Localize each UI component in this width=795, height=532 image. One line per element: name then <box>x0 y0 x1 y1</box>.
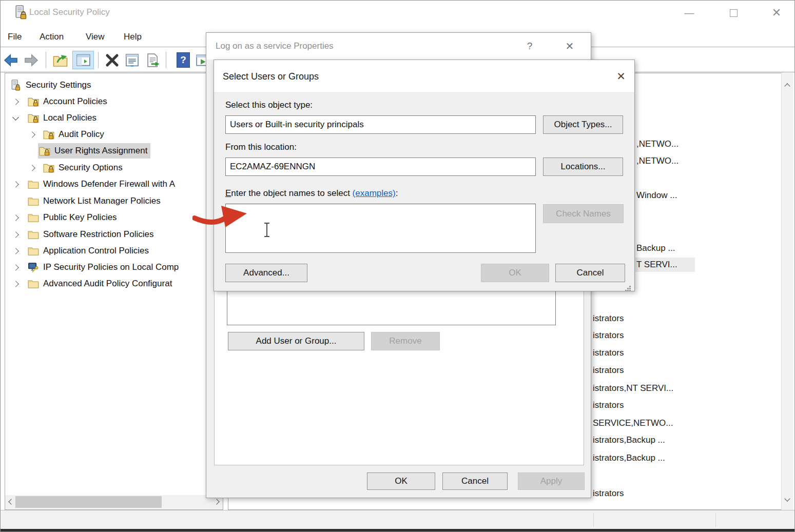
object-names-input[interactable] <box>225 204 536 253</box>
tree-item-network-list-manager[interactable]: Network List Manager Policies <box>5 193 221 209</box>
folder-lock-icon <box>39 145 50 156</box>
scroll-left-icon[interactable] <box>8 499 14 504</box>
list-item[interactable]: istrators <box>593 328 624 343</box>
list-item[interactable]: istrators <box>593 363 624 378</box>
chevron-right-icon[interactable] <box>12 98 19 105</box>
menu-view[interactable]: View <box>86 27 105 47</box>
status-divider <box>593 513 594 527</box>
status-bar <box>1 510 795 529</box>
minimize-button[interactable]: — <box>680 1 699 25</box>
examples-link[interactable]: (examples) <box>353 188 396 198</box>
tree-item-security-settings[interactable]: Security Settings <box>5 77 221 93</box>
chevron-right-icon[interactable] <box>12 231 19 238</box>
folder-icon <box>28 229 39 240</box>
chevron-right-icon[interactable] <box>12 181 19 188</box>
maximize-button[interactable] <box>730 9 738 17</box>
dialog-help-icon[interactable]: ? <box>520 33 539 60</box>
red-annotation-arrow <box>192 204 252 229</box>
dialog-titlebar: Select Users or Groups ✕ <box>214 60 634 93</box>
folder-icon <box>28 179 39 190</box>
list-item[interactable]: istrators,NT SERVI... <box>593 381 673 396</box>
tree-item-advanced-audit-policy[interactable]: Advanced Audit Policy Configurat <box>5 275 221 292</box>
accelerator: E <box>225 188 231 198</box>
advanced-button[interactable]: Advanced... <box>225 264 307 282</box>
export-list-button[interactable] <box>143 51 162 69</box>
list-item[interactable]: Window ... <box>636 188 677 203</box>
ok-button[interactable]: OK <box>367 472 435 490</box>
folder-icon <box>28 212 39 223</box>
toolbar-separator <box>46 52 46 68</box>
show-console-tree-button[interactable] <box>72 51 94 69</box>
list-item[interactable]: SERVICE,NETWO... <box>593 416 673 430</box>
up-one-level-button[interactable] <box>51 51 69 69</box>
forward-button[interactable] <box>22 51 41 69</box>
dialog-title: Log on as a service Properties <box>216 33 334 60</box>
assigned-users-listbox[interactable] <box>227 291 556 325</box>
tree-item-public-key-policies[interactable]: Public Key Policies <box>5 209 221 226</box>
local-security-policy-window: Local Security Policy — ✕ File Action Vi… <box>0 0 795 532</box>
folder-lock-icon <box>43 162 54 173</box>
list-item[interactable]: Backup ... <box>636 241 675 255</box>
remove-button[interactable]: Remove <box>371 332 440 350</box>
chevron-right-icon[interactable] <box>12 214 19 221</box>
delete-button[interactable] <box>103 51 121 69</box>
dialog-title: Select Users or Groups <box>223 60 319 93</box>
dialog-titlebar: Log on as a service Properties ? ✕ <box>206 33 591 60</box>
scrollbar-thumb[interactable] <box>15 496 162 508</box>
list-item[interactable]: istrators,Backup ... <box>593 451 665 465</box>
close-button[interactable]: ✕ <box>767 1 786 25</box>
object-types-button[interactable]: Object Types... <box>543 115 623 134</box>
chevron-down-icon[interactable] <box>12 114 19 121</box>
tree-item-account-policies[interactable]: Account Policies <box>5 93 221 110</box>
list-icon <box>125 53 140 68</box>
list-item[interactable]: istrators <box>593 311 624 326</box>
tree-item-software-restriction-policies[interactable]: Software Restriction Policies <box>5 226 221 243</box>
tree-item-application-control-policies[interactable]: Application Control Policies <box>5 243 221 259</box>
list-item[interactable]: istrators <box>593 346 624 360</box>
chevron-right-icon[interactable] <box>29 165 35 171</box>
tree-item-security-options[interactable]: Security Options <box>5 160 221 176</box>
toolbar-separator <box>98 52 99 68</box>
locations-button[interactable]: Locations... <box>543 157 623 176</box>
list-item[interactable]: istrators <box>593 486 624 501</box>
menu-action[interactable]: Action <box>40 27 64 47</box>
chevron-right-icon[interactable] <box>12 264 19 271</box>
tree-item-windows-defender-firewall[interactable]: Windows Defender Firewall with A <box>5 176 221 192</box>
window-title: Local Security Policy <box>29 7 110 17</box>
scroll-right-icon[interactable] <box>214 499 219 504</box>
ok-button[interactable]: OK <box>481 264 549 282</box>
vertical-scrollbar[interactable] <box>781 73 793 510</box>
list-item[interactable]: ,NETWO... <box>636 154 678 168</box>
tree-horizontal-scrollbar[interactable] <box>5 495 223 509</box>
back-button[interactable] <box>2 51 20 69</box>
cancel-button[interactable]: Cancel <box>442 472 508 490</box>
back-icon <box>3 53 18 67</box>
menu-help[interactable]: Help <box>124 27 142 47</box>
bottom-edge <box>1 529 795 532</box>
dialog-close-icon[interactable]: ✕ <box>560 33 579 60</box>
list-item[interactable]: ,NETWO... <box>636 137 678 151</box>
location-field: EC2AMAZ-69ENNGN <box>225 157 536 176</box>
apply-button[interactable]: Apply <box>518 472 585 490</box>
help-button[interactable]: ? <box>174 51 192 69</box>
chevron-right-icon[interactable] <box>12 281 19 287</box>
properties-button[interactable] <box>123 51 141 69</box>
tree-item-local-policies[interactable]: Local Policies <box>5 110 221 126</box>
scroll-down-icon[interactable] <box>784 496 790 501</box>
up-folder-icon <box>53 53 68 68</box>
add-user-or-group-button[interactable]: Add User or Group... <box>228 332 364 350</box>
tree-item-ip-security-policies[interactable]: IP Security Policies on Local Comp <box>5 259 221 275</box>
menu-file[interactable]: File <box>8 27 22 47</box>
check-names-button[interactable]: Check Names <box>543 204 624 223</box>
cancel-button[interactable]: Cancel <box>555 264 625 282</box>
tree-item-audit-policy[interactable]: Audit Policy <box>5 126 221 143</box>
scroll-up-icon[interactable] <box>784 83 790 89</box>
chevron-right-icon[interactable] <box>12 248 19 254</box>
chevron-right-icon[interactable] <box>29 131 35 138</box>
resize-grip-icon[interactable] <box>629 286 631 287</box>
list-item-selected[interactable]: T SERVI... <box>635 258 695 272</box>
dialog-close-icon[interactable]: ✕ <box>611 60 631 93</box>
tree-item-user-rights-assignment[interactable]: User Rights Assignment <box>5 143 221 159</box>
list-item[interactable]: istrators <box>593 398 624 412</box>
list-item[interactable]: istrators,Backup ... <box>593 433 665 447</box>
